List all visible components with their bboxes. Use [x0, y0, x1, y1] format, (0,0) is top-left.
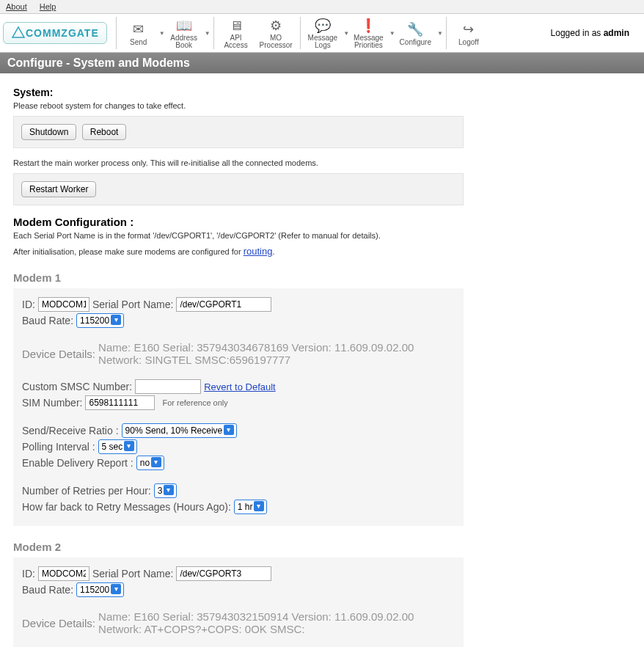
processor-icon: ⚙	[267, 17, 285, 34]
help-link[interactable]: Help	[40, 2, 56, 11]
baud-label: Baud Rate:	[22, 315, 73, 326]
restart-worker-button[interactable]: Restart Worker	[21, 181, 96, 197]
dropdown-icon[interactable]: ▼	[205, 30, 211, 37]
modem1-baud-select[interactable]: 115200	[76, 313, 124, 328]
toolbar: COMMZGATE ✉Send▼ 📖Address Book▼ 🖥API Acc…	[0, 14, 644, 53]
about-link[interactable]: About	[6, 2, 27, 11]
ratio-label: Send/Receive Ratio :	[22, 425, 119, 436]
serialport-label: Serial Port Name:	[92, 299, 173, 310]
toolbar-addressbook[interactable]: 📖Address Book	[165, 15, 203, 51]
modem2-title: Modem 2	[13, 541, 464, 553]
polling-label: Polling Interval :	[22, 441, 95, 453]
restart-note: Restart the main worker process only. Th…	[13, 158, 464, 167]
configure-icon: 🔧	[406, 21, 424, 38]
system-panel: Shutdown Reboot	[13, 116, 464, 148]
system-heading: System:	[13, 87, 464, 98]
routing-link[interactable]: routing	[244, 246, 273, 257]
reboot-note: Please reboot system for changes to take…	[13, 101, 464, 110]
sim-label: SIM Number:	[22, 397, 82, 409]
modem1-polling-select[interactable]: 5 sec	[98, 439, 137, 454]
dropdown-icon[interactable]: ▼	[389, 30, 395, 37]
modem1-retryback-select[interactable]: 1 hr	[234, 500, 267, 514]
toolbar-apiaccess[interactable]: 🖥API Access	[217, 15, 255, 51]
reboot-button[interactable]: Reboot	[82, 124, 127, 140]
delivery-label: Enable Delivery Report :	[22, 457, 133, 469]
smsc-label: Custom SMSC Number:	[22, 381, 132, 392]
dropdown-icon[interactable]: ▼	[159, 30, 165, 37]
device-details-label: Device Details:	[22, 348, 95, 360]
current-user: admin	[604, 28, 629, 38]
toolbar-send[interactable]: ✉Send	[120, 19, 158, 48]
dropdown-icon[interactable]: ▼	[437, 30, 443, 37]
retries-label: Number of Retries per Hour:	[22, 485, 151, 497]
modem1-device-details: Name: E160 Serial: 357943034678169 Versi…	[98, 341, 455, 366]
priority-icon: ❗	[359, 17, 377, 34]
modem2-device-details: Name: E160 Serial: 357943032150914 Versi…	[98, 610, 455, 635]
sim-hint: For reference only	[162, 398, 227, 407]
modem1-id-input[interactable]	[38, 297, 89, 312]
modem1-title: Modem 1	[13, 271, 464, 284]
shutdown-button[interactable]: Shutdown	[21, 124, 76, 140]
modem2-baud-select[interactable]: 115200	[76, 582, 124, 597]
modem2-id-input[interactable]	[38, 566, 89, 581]
top-menu: About Help	[0, 0, 644, 14]
modem-config-heading: Modem Configuration :	[13, 216, 464, 228]
modem2-port-input[interactable]	[176, 566, 271, 581]
id-label: ID:	[22, 299, 35, 310]
modem1-ratio-select[interactable]: 90% Send, 10% Receive	[122, 423, 237, 438]
retryback-label: How far back to Retry Messages (Hours Ag…	[22, 501, 231, 513]
logs-icon: 💬	[314, 17, 332, 34]
send-icon: ✉	[130, 21, 147, 38]
dropdown-icon[interactable]: ▼	[343, 30, 349, 37]
modem1-delivery-select[interactable]: no	[136, 456, 164, 470]
modem1-revert-link[interactable]: Revert to Default	[204, 381, 276, 392]
toolbar-logoff[interactable]: ↪Logoff	[450, 19, 488, 48]
modem1-retries-select[interactable]: 3	[154, 483, 177, 498]
restart-panel: Restart Worker	[13, 173, 464, 205]
svg-marker-0	[12, 27, 24, 37]
addressbook-icon: 📖	[175, 17, 193, 34]
brand-logo: COMMZGATE	[3, 22, 107, 44]
modem1-box: ID: Serial Port Name: Baud Rate: 115200 …	[13, 288, 464, 526]
page-title: Configure - System and Modems	[0, 53, 644, 73]
modem1-smsc-input[interactable]	[135, 379, 201, 394]
toolbar-configure[interactable]: 🔧Configure	[395, 19, 436, 48]
modem2-box: ID: Serial Port Name: Baud Rate: 115200 …	[13, 558, 464, 647]
toolbar-messagelogs[interactable]: 💬Message Logs	[304, 15, 343, 51]
modem1-port-input[interactable]	[176, 297, 271, 312]
brand-text: COMMZGATE	[26, 27, 99, 39]
logo-icon	[11, 26, 26, 40]
toolbar-messagepriorities[interactable]: ❗Message Priorities	[349, 15, 388, 51]
modem-note2: After initialisation, please make sure m…	[13, 246, 464, 257]
modem1-sim-input[interactable]	[85, 395, 155, 410]
login-status: Logged in as admin	[551, 28, 641, 38]
api-icon: 🖥	[227, 17, 245, 34]
modem-note1: Each Serial Port Name is in the format '…	[13, 231, 464, 240]
toolbar-moprocessor[interactable]: ⚙MO Processor	[255, 15, 297, 51]
logoff-icon: ↪	[460, 21, 477, 38]
